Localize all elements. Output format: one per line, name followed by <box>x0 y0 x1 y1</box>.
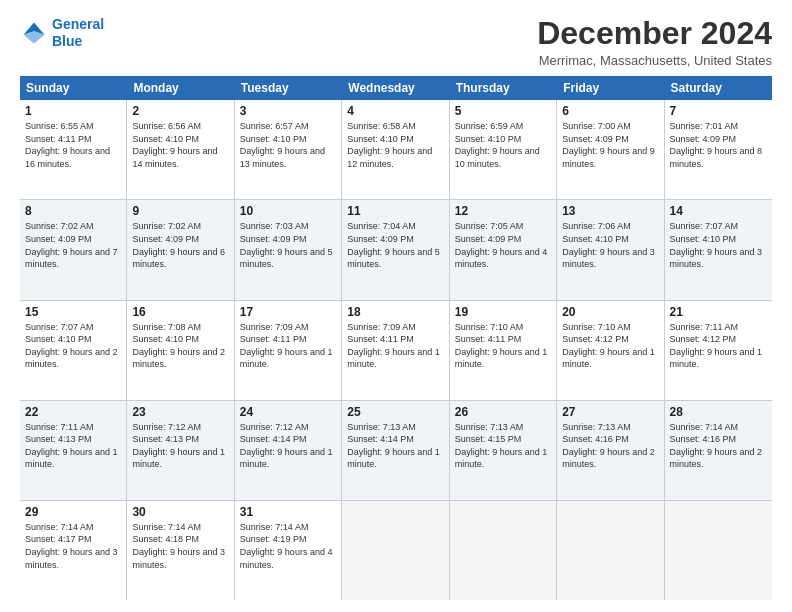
cell-info: Sunrise: 7:14 AM Sunset: 4:18 PM Dayligh… <box>132 521 228 571</box>
day-number: 8 <box>25 204 121 218</box>
cell-info: Sunrise: 7:10 AM Sunset: 4:12 PM Dayligh… <box>562 321 658 371</box>
day-number: 13 <box>562 204 658 218</box>
day-number: 23 <box>132 405 228 419</box>
calendar-row: 1Sunrise: 6:55 AM Sunset: 4:11 PM Daylig… <box>20 100 772 200</box>
calendar-cell: 26Sunrise: 7:13 AM Sunset: 4:15 PM Dayli… <box>450 401 557 500</box>
day-number: 30 <box>132 505 228 519</box>
cell-info: Sunrise: 7:01 AM Sunset: 4:09 PM Dayligh… <box>670 120 767 170</box>
logo-text: General Blue <box>52 16 104 50</box>
calendar-cell: 2Sunrise: 6:56 AM Sunset: 4:10 PM Daylig… <box>127 100 234 199</box>
day-number: 20 <box>562 305 658 319</box>
day-number: 22 <box>25 405 121 419</box>
calendar-row: 29Sunrise: 7:14 AM Sunset: 4:17 PM Dayli… <box>20 501 772 600</box>
calendar-cell: 30Sunrise: 7:14 AM Sunset: 4:18 PM Dayli… <box>127 501 234 600</box>
calendar: SundayMondayTuesdayWednesdayThursdayFrid… <box>20 76 772 600</box>
cell-info: Sunrise: 6:58 AM Sunset: 4:10 PM Dayligh… <box>347 120 443 170</box>
day-number: 17 <box>240 305 336 319</box>
day-number: 7 <box>670 104 767 118</box>
day-number: 31 <box>240 505 336 519</box>
calendar-header: SundayMondayTuesdayWednesdayThursdayFrid… <box>20 76 772 100</box>
logo-icon <box>20 19 48 47</box>
day-number: 24 <box>240 405 336 419</box>
calendar-cell: 28Sunrise: 7:14 AM Sunset: 4:16 PM Dayli… <box>665 401 772 500</box>
calendar-cell: 3Sunrise: 6:57 AM Sunset: 4:10 PM Daylig… <box>235 100 342 199</box>
cell-info: Sunrise: 7:12 AM Sunset: 4:13 PM Dayligh… <box>132 421 228 471</box>
day-number: 14 <box>670 204 767 218</box>
calendar-cell: 22Sunrise: 7:11 AM Sunset: 4:13 PM Dayli… <box>20 401 127 500</box>
title-block: December 2024 Merrimac, Massachusetts, U… <box>537 16 772 68</box>
cell-info: Sunrise: 7:09 AM Sunset: 4:11 PM Dayligh… <box>240 321 336 371</box>
calendar-row: 8Sunrise: 7:02 AM Sunset: 4:09 PM Daylig… <box>20 200 772 300</box>
cell-info: Sunrise: 7:07 AM Sunset: 4:10 PM Dayligh… <box>25 321 121 371</box>
calendar-header-cell: Wednesday <box>342 76 449 100</box>
calendar-cell: 20Sunrise: 7:10 AM Sunset: 4:12 PM Dayli… <box>557 301 664 400</box>
cell-info: Sunrise: 6:56 AM Sunset: 4:10 PM Dayligh… <box>132 120 228 170</box>
page: General Blue December 2024 Merrimac, Mas… <box>0 0 792 612</box>
cell-info: Sunrise: 7:02 AM Sunset: 4:09 PM Dayligh… <box>132 220 228 270</box>
cell-info: Sunrise: 7:13 AM Sunset: 4:16 PM Dayligh… <box>562 421 658 471</box>
calendar-cell: 17Sunrise: 7:09 AM Sunset: 4:11 PM Dayli… <box>235 301 342 400</box>
cell-info: Sunrise: 7:02 AM Sunset: 4:09 PM Dayligh… <box>25 220 121 270</box>
cell-info: Sunrise: 7:13 AM Sunset: 4:14 PM Dayligh… <box>347 421 443 471</box>
day-number: 10 <box>240 204 336 218</box>
cell-info: Sunrise: 7:03 AM Sunset: 4:09 PM Dayligh… <box>240 220 336 270</box>
cell-info: Sunrise: 7:11 AM Sunset: 4:13 PM Dayligh… <box>25 421 121 471</box>
calendar-cell: 16Sunrise: 7:08 AM Sunset: 4:10 PM Dayli… <box>127 301 234 400</box>
calendar-cell <box>450 501 557 600</box>
cell-info: Sunrise: 7:14 AM Sunset: 4:17 PM Dayligh… <box>25 521 121 571</box>
calendar-cell: 27Sunrise: 7:13 AM Sunset: 4:16 PM Dayli… <box>557 401 664 500</box>
calendar-header-cell: Thursday <box>450 76 557 100</box>
calendar-cell: 25Sunrise: 7:13 AM Sunset: 4:14 PM Dayli… <box>342 401 449 500</box>
calendar-row: 22Sunrise: 7:11 AM Sunset: 4:13 PM Dayli… <box>20 401 772 501</box>
calendar-header-cell: Sunday <box>20 76 127 100</box>
cell-info: Sunrise: 6:57 AM Sunset: 4:10 PM Dayligh… <box>240 120 336 170</box>
calendar-cell <box>557 501 664 600</box>
cell-info: Sunrise: 6:55 AM Sunset: 4:11 PM Dayligh… <box>25 120 121 170</box>
calendar-cell <box>665 501 772 600</box>
day-number: 18 <box>347 305 443 319</box>
cell-info: Sunrise: 7:11 AM Sunset: 4:12 PM Dayligh… <box>670 321 767 371</box>
calendar-cell: 7Sunrise: 7:01 AM Sunset: 4:09 PM Daylig… <box>665 100 772 199</box>
calendar-cell: 11Sunrise: 7:04 AM Sunset: 4:09 PM Dayli… <box>342 200 449 299</box>
day-number: 12 <box>455 204 551 218</box>
calendar-row: 15Sunrise: 7:07 AM Sunset: 4:10 PM Dayli… <box>20 301 772 401</box>
calendar-cell: 10Sunrise: 7:03 AM Sunset: 4:09 PM Dayli… <box>235 200 342 299</box>
month-title: December 2024 <box>537 16 772 51</box>
logo: General Blue <box>20 16 104 50</box>
calendar-cell: 4Sunrise: 6:58 AM Sunset: 4:10 PM Daylig… <box>342 100 449 199</box>
calendar-cell: 9Sunrise: 7:02 AM Sunset: 4:09 PM Daylig… <box>127 200 234 299</box>
cell-info: Sunrise: 7:10 AM Sunset: 4:11 PM Dayligh… <box>455 321 551 371</box>
calendar-cell: 31Sunrise: 7:14 AM Sunset: 4:19 PM Dayli… <box>235 501 342 600</box>
day-number: 3 <box>240 104 336 118</box>
day-number: 19 <box>455 305 551 319</box>
calendar-cell: 19Sunrise: 7:10 AM Sunset: 4:11 PM Dayli… <box>450 301 557 400</box>
day-number: 1 <box>25 104 121 118</box>
day-number: 2 <box>132 104 228 118</box>
cell-info: Sunrise: 7:12 AM Sunset: 4:14 PM Dayligh… <box>240 421 336 471</box>
day-number: 28 <box>670 405 767 419</box>
calendar-cell: 15Sunrise: 7:07 AM Sunset: 4:10 PM Dayli… <box>20 301 127 400</box>
location: Merrimac, Massachusetts, United States <box>537 53 772 68</box>
cell-info: Sunrise: 7:09 AM Sunset: 4:11 PM Dayligh… <box>347 321 443 371</box>
day-number: 16 <box>132 305 228 319</box>
calendar-cell: 13Sunrise: 7:06 AM Sunset: 4:10 PM Dayli… <box>557 200 664 299</box>
cell-info: Sunrise: 7:08 AM Sunset: 4:10 PM Dayligh… <box>132 321 228 371</box>
calendar-cell: 8Sunrise: 7:02 AM Sunset: 4:09 PM Daylig… <box>20 200 127 299</box>
calendar-cell <box>342 501 449 600</box>
calendar-cell: 1Sunrise: 6:55 AM Sunset: 4:11 PM Daylig… <box>20 100 127 199</box>
calendar-cell: 5Sunrise: 6:59 AM Sunset: 4:10 PM Daylig… <box>450 100 557 199</box>
day-number: 9 <box>132 204 228 218</box>
day-number: 26 <box>455 405 551 419</box>
day-number: 25 <box>347 405 443 419</box>
day-number: 27 <box>562 405 658 419</box>
day-number: 29 <box>25 505 121 519</box>
calendar-cell: 29Sunrise: 7:14 AM Sunset: 4:17 PM Dayli… <box>20 501 127 600</box>
day-number: 11 <box>347 204 443 218</box>
calendar-header-cell: Monday <box>127 76 234 100</box>
day-number: 6 <box>562 104 658 118</box>
calendar-cell: 12Sunrise: 7:05 AM Sunset: 4:09 PM Dayli… <box>450 200 557 299</box>
calendar-cell: 6Sunrise: 7:00 AM Sunset: 4:09 PM Daylig… <box>557 100 664 199</box>
calendar-header-cell: Saturday <box>665 76 772 100</box>
calendar-cell: 23Sunrise: 7:12 AM Sunset: 4:13 PM Dayli… <box>127 401 234 500</box>
cell-info: Sunrise: 7:05 AM Sunset: 4:09 PM Dayligh… <box>455 220 551 270</box>
